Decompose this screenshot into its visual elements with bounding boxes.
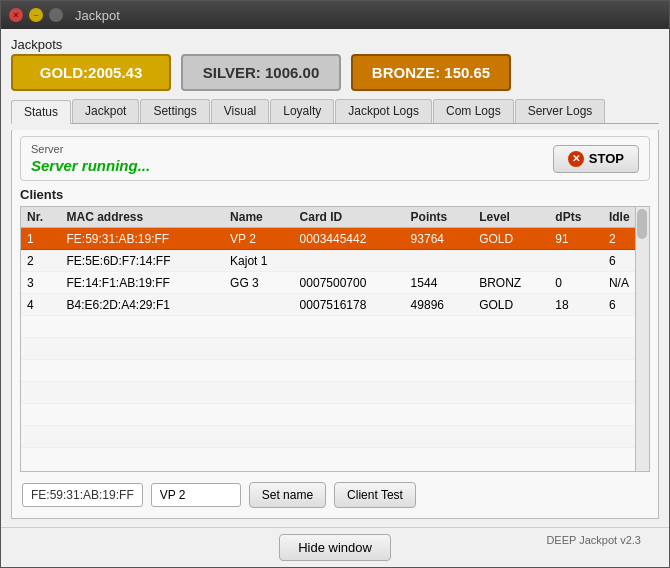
table-cell [60,382,224,404]
table-row[interactable] [21,338,649,360]
table-cell [294,382,405,404]
table-cell: FE:14:F1:AB:19:FF [60,272,224,294]
table-cell [224,316,294,338]
server-status-group: Server Server running... [31,143,150,174]
bottom-bar: FE:59:31:AB:19:FF Set name Client Test [20,478,650,512]
bronze-jackpot: BRONZE: 150.65 [351,54,511,91]
table-cell [294,360,405,382]
table-cell [473,250,549,272]
table-cell [549,426,603,448]
table-row[interactable] [21,382,649,404]
silver-value: 1006.00 [265,64,319,81]
table-cell [405,426,474,448]
table-cell [21,360,60,382]
col-points: Points [405,207,474,228]
table-row[interactable] [21,360,649,382]
set-name-button[interactable]: Set name [249,482,326,508]
table-cell: FE:59:31:AB:19:FF [60,228,224,250]
table-cell [549,360,603,382]
table-cell [473,338,549,360]
tab-com-logs[interactable]: Com Logs [433,99,514,123]
selected-mac-display: FE:59:31:AB:19:FF [22,483,143,507]
table-cell [549,404,603,426]
table-cell [224,294,294,316]
table-cell: 1 [21,228,60,250]
stop-label: STOP [589,151,624,166]
tab-settings[interactable]: Settings [140,99,209,123]
version-text: DEEP Jackpot v2.3 [546,534,641,546]
table-cell: 0003445442 [294,228,405,250]
table-cell [224,338,294,360]
table-row[interactable] [21,316,649,338]
scrollbar-thumb[interactable] [637,209,647,239]
table-cell [294,250,405,272]
window-title: Jackpot [75,8,120,23]
tab-content-status: Server Server running... ✕ STOP Clients … [11,130,659,519]
clients-section: Clients Nr. MAC address Name Card ID Poi… [20,187,650,472]
gold-value: 2005.43 [88,64,142,81]
table-cell [405,404,474,426]
tab-jackpot[interactable]: Jackpot [72,99,139,123]
footer-inner: Hide window DEEP Jackpot v2.3 [15,534,655,561]
table-cell: VP 2 [224,228,294,250]
table-cell [549,316,603,338]
table-cell [60,360,224,382]
client-test-button[interactable]: Client Test [334,482,416,508]
tab-visual[interactable]: Visual [211,99,269,123]
bronze-label: BRONZE: [372,64,440,81]
stop-button[interactable]: ✕ STOP [553,145,639,173]
table-row[interactable]: 3FE:14:F1:AB:19:FFGG 300075007001544BRON… [21,272,649,294]
table-cell [60,426,224,448]
col-nr: Nr. [21,207,60,228]
table-cell: 0 [549,272,603,294]
table-cell: 93764 [405,228,474,250]
clients-table: Nr. MAC address Name Card ID Points Leve… [21,207,649,448]
table-cell [224,404,294,426]
table-cell: 0007516178 [294,294,405,316]
tab-status[interactable]: Status [11,100,71,124]
table-header-row: Nr. MAC address Name Card ID Points Leve… [21,207,649,228]
tab-jackpot-logs[interactable]: Jackpot Logs [335,99,432,123]
table-cell: GOLD [473,294,549,316]
table-cell [405,316,474,338]
maximize-button[interactable] [49,8,63,22]
table-cell: 49896 [405,294,474,316]
table-cell [224,360,294,382]
table-cell [294,404,405,426]
gold-label: GOLD: [40,64,88,81]
table-cell: B4:E6:2D:A4:29:F1 [60,294,224,316]
minimize-button[interactable]: – [29,8,43,22]
table-cell [21,426,60,448]
hide-window-button[interactable]: Hide window [279,534,391,561]
tab-server-logs[interactable]: Server Logs [515,99,606,123]
table-cell [21,382,60,404]
tab-loyalty[interactable]: Loyalty [270,99,334,123]
table-cell: 91 [549,228,603,250]
table-cell [405,382,474,404]
table-cell: 18 [549,294,603,316]
clients-label: Clients [20,187,650,202]
scrollbar-track[interactable] [635,207,649,471]
silver-label: SILVER: [203,64,261,81]
table-cell [473,382,549,404]
table-row[interactable] [21,404,649,426]
server-section: Server Server running... ✕ STOP [20,136,650,181]
table-row[interactable] [21,426,649,448]
footer: Hide window DEEP Jackpot v2.3 [1,527,669,567]
table-cell [21,338,60,360]
bronze-value: 150.65 [444,64,490,81]
col-card-id: Card ID [294,207,405,228]
table-cell [473,426,549,448]
table-cell [405,360,474,382]
table-cell: 2 [21,250,60,272]
table-row[interactable]: 4B4:E6:2D:A4:29:F1000751617849896GOLD186 [21,294,649,316]
close-button[interactable]: × [9,8,23,22]
stop-icon: ✕ [568,151,584,167]
silver-jackpot: SILVER: 1006.00 [181,54,341,91]
table-row[interactable]: 1FE:59:31:AB:19:FFVP 2000344544293764GOL… [21,228,649,250]
col-mac: MAC address [60,207,224,228]
table-cell: 1544 [405,272,474,294]
name-input[interactable] [151,483,241,507]
table-cell [60,316,224,338]
table-row[interactable]: 2FE:5E:6D:F7:14:FFKajot 16 [21,250,649,272]
